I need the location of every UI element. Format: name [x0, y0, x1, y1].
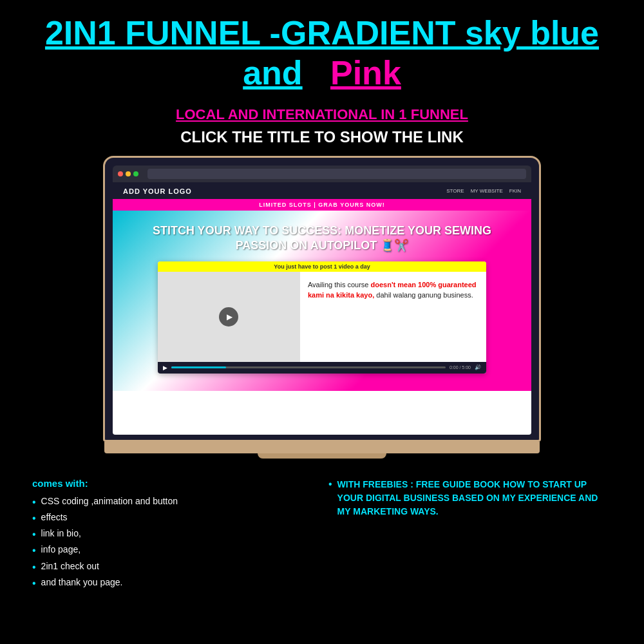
title-pink: Pink — [330, 54, 401, 91]
laptop-screen-bezel: ADD YOUR LOGO STORE MY WEBSITE FKIN LIMI… — [103, 156, 541, 442]
hero-title: STITCH YOUR WAY TO SUCCESS: MONETIZE YOU… — [132, 223, 512, 254]
nav-fkin[interactable]: FKIN — [509, 188, 521, 194]
title-and: and — [243, 54, 302, 91]
video-player[interactable]: You just have to post 1 video a day Avai… — [158, 261, 486, 374]
browser-dots — [118, 171, 138, 176]
video-caption: You just have to post 1 video a day — [158, 261, 486, 272]
list-item: and thank you page. — [32, 575, 316, 591]
dot-green — [133, 171, 138, 176]
browser-bar — [113, 166, 531, 182]
browser-url-bar[interactable] — [147, 169, 526, 179]
title-line2: and Pink — [19, 53, 625, 93]
features-section: comes with: CSS coding ,animation and bu… — [19, 471, 625, 591]
list-item: info page, — [32, 542, 316, 558]
feature-list: CSS coding ,animation and button effects… — [32, 494, 316, 591]
vc-time: 0:00 / 5:00 — [450, 365, 471, 370]
video-body: Availing this course doesn't mean 100% g… — [158, 272, 486, 362]
laptop-container: ADD YOUR LOGO STORE MY WEBSITE FKIN LIMI… — [19, 156, 625, 459]
dot-yellow — [126, 171, 131, 176]
comes-with-label: comes with: — [32, 478, 316, 489]
video-text-normal2: dahil walang ganung business. — [374, 291, 473, 299]
nav-website[interactable]: MY WEBSITE — [471, 188, 503, 194]
laptop-base — [104, 442, 540, 453]
main-title: 2IN1 FUNNEL -GRADIENT sky blue and Pink — [19, 13, 625, 93]
site-logo: ADD YOUR LOGO — [123, 187, 192, 195]
play-button[interactable] — [219, 307, 238, 327]
browser-content: ADD YOUR LOGO STORE MY WEBSITE FKIN LIMI… — [113, 184, 531, 435]
pink-banner: LIMITED SLOTS | GRAB YOURS NOW! — [113, 199, 531, 211]
features-left: comes with: CSS coding ,animation and bu… — [32, 478, 316, 591]
vc-volume-icon[interactable]: 🔊 — [475, 365, 481, 370]
freebies-bullet-icon: • — [328, 478, 332, 490]
site-top-bar: ADD YOUR LOGO STORE MY WEBSITE FKIN — [113, 184, 531, 199]
laptop-stand — [258, 453, 386, 459]
vc-play-icon[interactable]: ▶ — [163, 365, 167, 371]
laptop-outer: ADD YOUR LOGO STORE MY WEBSITE FKIN LIMI… — [103, 156, 541, 459]
dot-red — [118, 171, 123, 176]
freebies-item: • WITH FREEBIES : FREE GUIDE BOOK HOW TO… — [328, 478, 612, 518]
title-line1: 2IN1 FUNNEL -GRADIENT sky blue — [19, 13, 625, 53]
hero-area: STITCH YOUR WAY TO SUCCESS: MONETIZE YOU… — [113, 211, 531, 391]
list-item: CSS coding ,animation and button — [32, 494, 316, 510]
page-wrapper: 2IN1 FUNNEL -GRADIENT sky blue and Pink … — [0, 0, 644, 644]
list-item: link in bio, — [32, 526, 316, 542]
nav-store[interactable]: STORE — [446, 188, 464, 194]
progress-bar[interactable] — [171, 366, 446, 368]
freebies-text: WITH FREEBIES : FREE GUIDE BOOK HOW TO S… — [337, 478, 612, 518]
local-intl-label[interactable]: LOCAL AND INTERNATIONAL IN 1 FUNNEL — [19, 106, 625, 123]
video-text-normal1: Availing this course — [308, 281, 371, 289]
subtitle-section: LOCAL AND INTERNATIONAL IN 1 FUNNEL CLIC… — [19, 106, 625, 146]
video-thumbnail[interactable] — [158, 272, 300, 362]
video-text-panel: Availing this course doesn't mean 100% g… — [300, 272, 486, 362]
progress-fill — [171, 366, 226, 368]
features-right: • WITH FREEBIES : FREE GUIDE BOOK HOW TO… — [328, 478, 612, 591]
site-nav: STORE MY WEBSITE FKIN — [446, 188, 521, 194]
click-instruction: CLICK THE TITLE TO SHOW THE LINK — [19, 128, 625, 146]
list-item: 2in1 check out — [32, 559, 316, 575]
list-item: effects — [32, 510, 316, 526]
video-controls: ▶ 0:00 / 5:00 🔊 — [158, 362, 486, 374]
